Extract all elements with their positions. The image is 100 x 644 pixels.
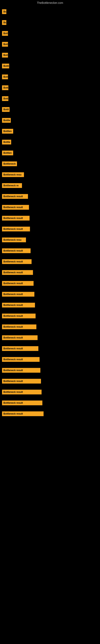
bottleneck-label: Bottleneck result [2,303,35,308]
list-item: Bott [2,50,98,60]
list-item: Bottleneck result [2,343,98,354]
bottleneck-label: Bottleneck result [2,194,28,199]
list-item: Bottle [2,137,98,147]
list-item: Bottleneck result [2,311,98,321]
bottleneck-label: Bottleneck re [2,183,22,188]
list-item: Bott [2,72,98,82]
bottleneck-label: Bottleneck result [2,335,38,340]
list-item: Bottleneck result [2,387,98,397]
bottleneck-label: Bottlen [2,129,13,134]
bottleneck-label: Bottleneck result [2,346,38,351]
list-item: Bottleneck result [2,289,98,300]
list-item: Bottleneck result [2,376,98,386]
list-item: Bottleneck re [2,180,98,191]
bottleneck-label: Bottle [2,118,11,123]
bottleneck-label: Bottleneck resu [2,172,24,177]
bottleneck-label: Bottleneck result [2,357,40,362]
list-item: Bottleneck result [2,246,98,256]
list-item: Bott [2,82,98,93]
list-item: Bottleneck result [2,213,98,224]
site-title: TheBottlenecker.com [0,0,100,6]
bottleneck-label: Bottleneck result [2,248,31,253]
bottleneck-label: Bottleneck result [2,226,30,232]
list-item: Bottleneck result [2,398,98,408]
bottleneck-label: Bottl [2,107,10,112]
list-item: Bottleneck result [2,224,98,234]
bottleneck-label: Bottleneck result [2,314,36,318]
bottleneck-label: Bottleneck result [2,259,32,264]
bottleneck-label: Bott [2,96,8,101]
list-item: Bottl [2,61,98,71]
bottleneck-label: Bo [2,20,6,25]
bottleneck-label: Bottl [2,64,9,68]
list-item: Bottleneck resu [2,235,98,245]
list-item: Bott [2,39,98,50]
list-item: Bo [2,17,98,28]
bottleneck-label: Bottleneck [2,162,17,166]
list-item: Bottle [2,115,98,126]
list-item: Bott [2,28,98,39]
bottleneck-label: Bottleneck result [2,216,30,220]
list-item: Bottl [2,104,98,115]
list-item: Bottlen [2,148,98,158]
bottleneck-label: Bo [2,9,6,14]
list-item: Bottleneck result [2,300,98,310]
bottleneck-label: Bott [2,85,8,90]
list-item: Bottleneck result [2,322,98,332]
list-item: Bottleneck result [2,365,98,376]
bottleneck-label: Bottleneck result [2,292,34,297]
bottleneck-label: Bott [2,31,8,36]
bottleneck-label: Bottleneck result [2,270,33,275]
bottleneck-label: Bottleneck result [2,281,34,286]
bottleneck-label: Bottleneck resu [2,238,26,242]
bottleneck-label: Bottleneck result [2,324,36,329]
items-container: BoBoBottBottBottBottlBottBottBottBottlBo… [0,6,100,420]
bottleneck-label: Bottlen [2,150,13,155]
list-item: Bottleneck result [2,332,98,343]
list-item: Bottleneck result [2,354,98,365]
list-item: Bottleneck [2,158,98,169]
bottleneck-label: Bottleneck result [2,379,41,384]
bottleneck-label: Bottleneck result [2,205,29,210]
bottleneck-label: Bott [2,42,8,47]
bottleneck-label: Bott [2,53,8,58]
bottleneck-label: Bottleneck result [2,390,42,394]
bottleneck-label: Bottleneck result [2,400,42,405]
list-item: Bott [2,94,98,104]
bottleneck-label: Bottle [2,140,11,144]
list-item: Bottlen [2,126,98,136]
list-item: Bottleneck result [2,191,98,202]
bottleneck-label: Bottleneck result [2,368,40,373]
list-item: Bottleneck resu [2,170,98,180]
list-item: Bottleneck result [2,267,98,278]
list-item: Bottleneck result [2,202,98,212]
list-item: Bottleneck result [2,278,98,288]
list-item: Bottleneck result [2,256,98,267]
list-item: Bottleneck result [2,408,98,419]
list-item: Bo [2,6,98,17]
bottleneck-label: Bottleneck result [2,411,44,416]
bottleneck-label: Bott [2,74,8,79]
